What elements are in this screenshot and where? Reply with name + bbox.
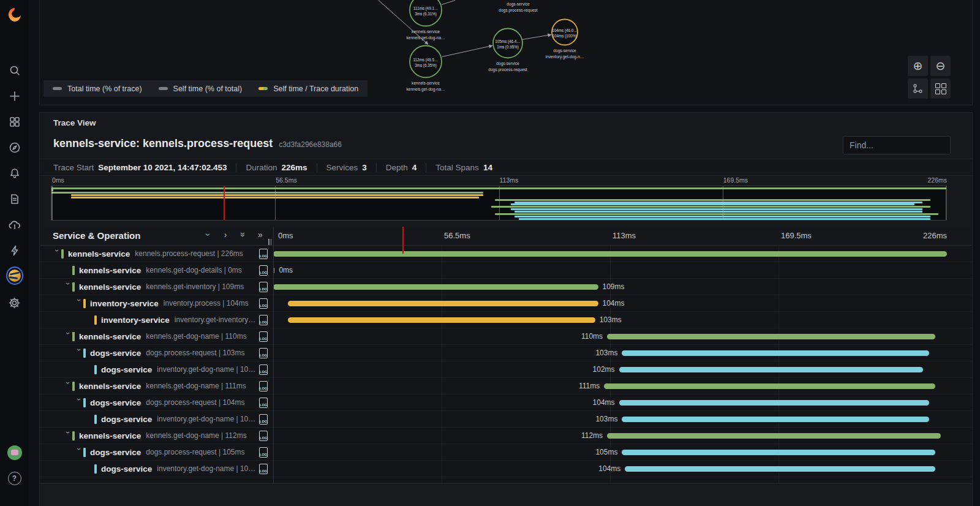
span-bar[interactable] (619, 400, 929, 406)
span-name-cell: inventory-serviceinventory.get-inventory… (40, 312, 319, 328)
column-resize-grip[interactable] (268, 239, 273, 245)
grafana-logo[interactable] (6, 6, 23, 23)
plus-icon[interactable] (6, 88, 23, 105)
node-service-label: kennels-service (412, 29, 440, 34)
span-duration-label: 110ms (581, 332, 603, 341)
log-icon[interactable]: LOG (259, 282, 268, 292)
span-row[interactable]: dogs-serviceinventory.get-dog-name | 10…… (40, 461, 972, 477)
log-icon[interactable]: LOG (259, 464, 268, 474)
column-divider[interactable] (273, 227, 274, 483)
search-icon[interactable] (6, 62, 23, 79)
log-icon[interactable]: LOG (259, 331, 268, 342)
span-row[interactable]: ›dogs-servicedogs.process-request | 105m… (40, 444, 972, 461)
panel-footer (40, 484, 972, 506)
log-icon[interactable]: LOG (259, 348, 268, 358)
span-bar[interactable] (604, 383, 935, 389)
span-operation: inventory.get-inventory… (175, 315, 256, 324)
chevron-down-icon[interactable]: › (53, 249, 61, 258)
bolt-icon[interactable] (6, 242, 23, 259)
chevron-down-icon[interactable]: › (64, 282, 72, 291)
log-icon[interactable]: LOG (259, 298, 268, 309)
span-bar[interactable] (619, 367, 923, 372)
service-operation-header: Service & Operation (53, 230, 140, 241)
graph-edge (442, 46, 492, 57)
log-icon[interactable]: LOG (259, 265, 268, 276)
span-row[interactable]: ›kennels-servicekennels.get-dog-name | 1… (40, 378, 972, 395)
alerting-bell-icon[interactable] (6, 165, 23, 182)
node-graph-panel: 111ms (49.1…3ms (6.31%)kennels-serviceke… (39, 0, 973, 105)
span-row[interactable]: ›kennels-servicekennels.get-inventory | … (40, 279, 972, 295)
timeline-minimap[interactable] (51, 186, 947, 221)
chevron-down-icon[interactable]: › (75, 398, 83, 407)
chevron-down-icon[interactable]: › (64, 332, 72, 341)
expand-one-icon[interactable]: › (220, 230, 231, 240)
log-icon[interactable]: LOG (259, 315, 268, 325)
minimap-span-bar (495, 213, 938, 215)
span-row[interactable]: dogs-serviceinventory.get-dog-name | 10…… (40, 361, 972, 378)
span-row[interactable]: ›kennels-servicekennels.process-request … (40, 246, 972, 262)
span-row[interactable]: dogs-serviceinventory.get-dog-name | 10…… (40, 411, 972, 428)
help-icon[interactable]: ? (6, 470, 23, 487)
span-row[interactable]: ›inventory-serviceinventory.process | 10… (40, 295, 972, 312)
span-bar[interactable] (607, 433, 941, 439)
span-bar[interactable] (288, 301, 598, 306)
layout-graph-icon (913, 83, 924, 94)
graph-node[interactable] (552, 20, 578, 45)
log-icon[interactable]: LOG (259, 414, 268, 425)
chevron-down-icon[interactable]: › (75, 299, 83, 308)
span-bar[interactable] (625, 466, 935, 472)
span-row[interactable]: ›dogs-servicedogs.process-request | 104m… (40, 395, 972, 411)
log-icon[interactable]: LOG (259, 364, 268, 375)
span-row[interactable]: ›kennels-servicekennels.get-dog-name | 1… (40, 328, 972, 345)
span-row[interactable]: inventory-serviceinventory.get-inventory… (40, 312, 972, 328)
span-row[interactable]: ›dogs-servicedogs.process-request | 103m… (40, 345, 972, 361)
chevron-down-icon[interactable]: › (75, 448, 83, 456)
span-rows: ›kennels-servicekennels.process-request … (40, 246, 972, 483)
span-bar[interactable] (273, 251, 947, 257)
graph-node[interactable] (410, 46, 442, 78)
span-service-name: kennels-service (68, 249, 130, 259)
minimap-axis: 0ms56.5ms113ms169.5ms226ms (51, 176, 947, 184)
grid-view-button[interactable] (930, 78, 951, 99)
log-icon[interactable]: LOG (259, 381, 268, 391)
document-icon[interactable] (6, 191, 23, 208)
explore-compass-icon[interactable] (6, 139, 23, 156)
chevron-down-icon[interactable]: › (64, 431, 72, 440)
span-bar[interactable] (622, 417, 929, 422)
minimap-left-handle[interactable] (51, 186, 53, 220)
minimap-right-handle[interactable] (946, 186, 947, 220)
span-bar[interactable] (607, 334, 935, 339)
span-bar[interactable] (288, 317, 595, 323)
traces-globe-icon[interactable] (6, 267, 23, 284)
avatar[interactable] (6, 444, 23, 461)
span-name-cell: dogs-serviceinventory.get-dog-name | 10… (40, 361, 319, 377)
span-duration-label: 111ms (579, 382, 600, 390)
cloud-alert-icon[interactable] (6, 217, 23, 234)
span-bar[interactable] (622, 450, 935, 455)
node-operation-label: dogs.process-request (488, 67, 527, 72)
dashboards-icon[interactable] (6, 113, 23, 130)
collapse-all-icon[interactable]: » (238, 229, 248, 240)
chevron-down-icon[interactable]: › (75, 349, 83, 357)
graph-node[interactable] (493, 29, 522, 58)
settings-gear-icon[interactable] (6, 294, 23, 311)
log-icon[interactable]: LOG (259, 398, 268, 408)
find-input[interactable] (843, 136, 951, 154)
span-row[interactable]: ›kennels-servicekennels.get-dog-name | 1… (40, 428, 972, 444)
span-name-cell: dogs-serviceinventory.get-dog-name | 10… (40, 461, 319, 477)
layout-button[interactable] (908, 78, 928, 99)
minimap-span-bar (511, 208, 922, 210)
collapse-one-icon[interactable]: › (203, 229, 213, 240)
span-row[interactable]: kennels-servicekennels.get-dog-details |… (40, 262, 972, 279)
trace-meta-bar: Trace StartSeptember 10 2021, 14:47:02.4… (40, 159, 972, 176)
span-service-name: kennels-service (79, 266, 141, 275)
span-bar[interactable] (622, 350, 929, 356)
chevron-down-icon[interactable]: › (64, 382, 72, 390)
log-icon[interactable]: LOG (259, 249, 268, 259)
log-icon[interactable]: LOG (259, 447, 268, 458)
log-icon[interactable]: LOG (259, 431, 268, 441)
span-bar[interactable] (273, 284, 598, 290)
zoom-out-button[interactable]: ⊖ (930, 56, 951, 76)
zoom-in-button[interactable]: ⊕ (908, 56, 928, 76)
expand-all-icon[interactable]: » (255, 230, 266, 240)
